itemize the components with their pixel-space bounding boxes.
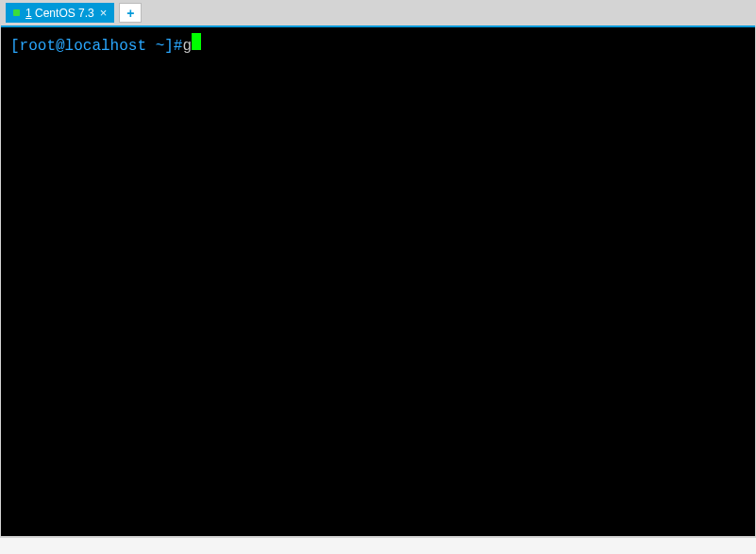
terminal-line: [root@localhost ~]#g	[10, 33, 746, 57]
tab-number: 1	[25, 7, 32, 20]
close-icon[interactable]: ×	[100, 7, 108, 19]
tab-centos[interactable]: 1 CentOS 7.3 ×	[6, 3, 114, 23]
tab-label: 1 CentOS 7.3	[25, 7, 94, 20]
command-text: g	[182, 37, 192, 57]
shell-prompt: [root@localhost ~]#	[10, 37, 182, 57]
tab-title: CentOS 7.3	[35, 7, 94, 20]
cursor-icon	[192, 33, 201, 50]
new-tab-button[interactable]: +	[119, 3, 142, 23]
terminal-viewport[interactable]: [root@localhost ~]#g	[1, 25, 755, 536]
status-dot-icon	[13, 9, 20, 16]
status-bar	[0, 538, 756, 554]
plus-icon: +	[126, 6, 134, 21]
tab-bar: 1 CentOS 7.3 × +	[0, 0, 756, 25]
